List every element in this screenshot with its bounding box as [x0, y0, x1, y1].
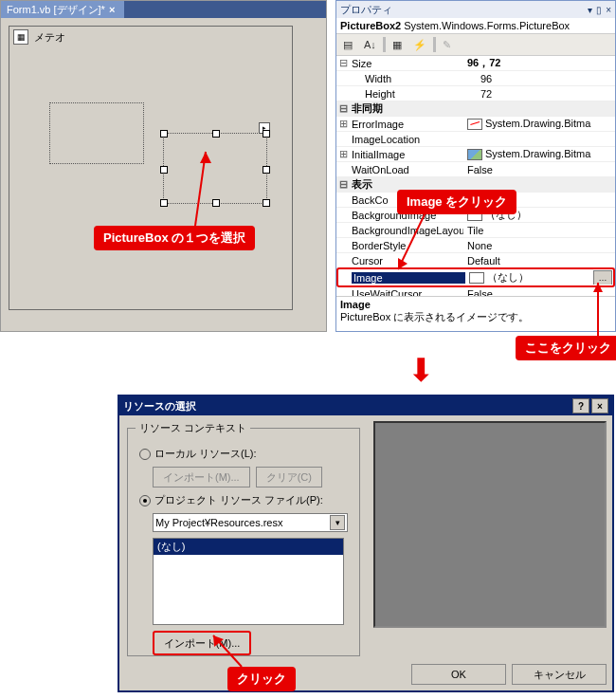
callout-arrow: [0, 0, 616, 699]
